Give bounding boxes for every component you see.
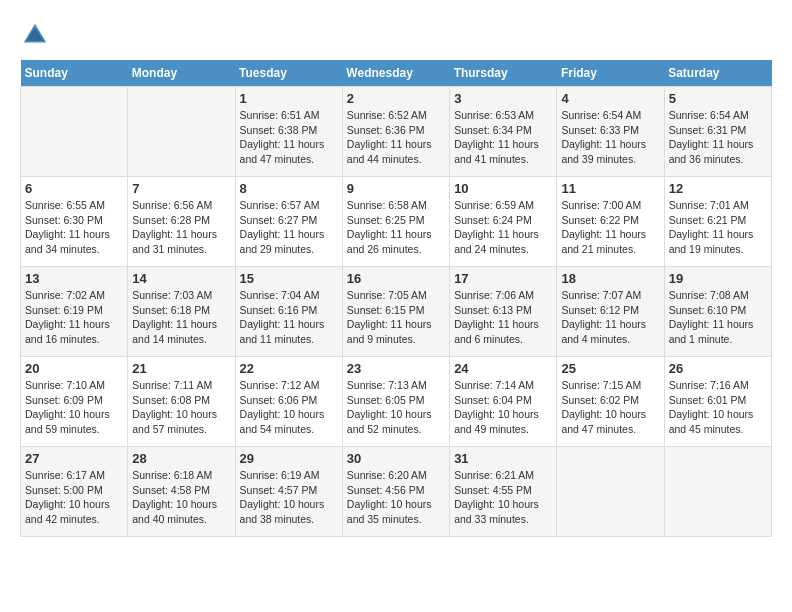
day-info: Sunrise: 7:11 AM Sunset: 6:08 PM Dayligh… xyxy=(132,378,230,437)
calendar-cell: 31Sunrise: 6:21 AM Sunset: 4:55 PM Dayli… xyxy=(450,447,557,537)
day-number: 3 xyxy=(454,91,552,106)
calendar-cell: 27Sunrise: 6:17 AM Sunset: 5:00 PM Dayli… xyxy=(21,447,128,537)
calendar-cell: 23Sunrise: 7:13 AM Sunset: 6:05 PM Dayli… xyxy=(342,357,449,447)
day-number: 5 xyxy=(669,91,767,106)
calendar-cell: 16Sunrise: 7:05 AM Sunset: 6:15 PM Dayli… xyxy=(342,267,449,357)
day-number: 23 xyxy=(347,361,445,376)
calendar-week-2: 6Sunrise: 6:55 AM Sunset: 6:30 PM Daylig… xyxy=(21,177,772,267)
calendar-week-3: 13Sunrise: 7:02 AM Sunset: 6:19 PM Dayli… xyxy=(21,267,772,357)
day-number: 1 xyxy=(240,91,338,106)
calendar-cell: 26Sunrise: 7:16 AM Sunset: 6:01 PM Dayli… xyxy=(664,357,771,447)
day-info: Sunrise: 6:56 AM Sunset: 6:28 PM Dayligh… xyxy=(132,198,230,257)
day-number: 13 xyxy=(25,271,123,286)
calendar-cell: 17Sunrise: 7:06 AM Sunset: 6:13 PM Dayli… xyxy=(450,267,557,357)
day-number: 29 xyxy=(240,451,338,466)
day-info: Sunrise: 6:54 AM Sunset: 6:33 PM Dayligh… xyxy=(561,108,659,167)
day-number: 15 xyxy=(240,271,338,286)
calendar-cell: 19Sunrise: 7:08 AM Sunset: 6:10 PM Dayli… xyxy=(664,267,771,357)
calendar-week-1: 1Sunrise: 6:51 AM Sunset: 6:38 PM Daylig… xyxy=(21,87,772,177)
calendar-cell xyxy=(664,447,771,537)
calendar-cell: 21Sunrise: 7:11 AM Sunset: 6:08 PM Dayli… xyxy=(128,357,235,447)
calendar-cell xyxy=(128,87,235,177)
calendar-week-4: 20Sunrise: 7:10 AM Sunset: 6:09 PM Dayli… xyxy=(21,357,772,447)
day-info: Sunrise: 6:21 AM Sunset: 4:55 PM Dayligh… xyxy=(454,468,552,527)
day-number: 19 xyxy=(669,271,767,286)
day-info: Sunrise: 7:08 AM Sunset: 6:10 PM Dayligh… xyxy=(669,288,767,347)
calendar-cell: 5Sunrise: 6:54 AM Sunset: 6:31 PM Daylig… xyxy=(664,87,771,177)
day-number: 30 xyxy=(347,451,445,466)
weekday-header-row: SundayMondayTuesdayWednesdayThursdayFrid… xyxy=(21,60,772,87)
day-number: 27 xyxy=(25,451,123,466)
day-info: Sunrise: 6:57 AM Sunset: 6:27 PM Dayligh… xyxy=(240,198,338,257)
calendar-cell: 22Sunrise: 7:12 AM Sunset: 6:06 PM Dayli… xyxy=(235,357,342,447)
calendar-cell: 6Sunrise: 6:55 AM Sunset: 6:30 PM Daylig… xyxy=(21,177,128,267)
day-info: Sunrise: 7:07 AM Sunset: 6:12 PM Dayligh… xyxy=(561,288,659,347)
weekday-header-sunday: Sunday xyxy=(21,60,128,87)
calendar-cell: 4Sunrise: 6:54 AM Sunset: 6:33 PM Daylig… xyxy=(557,87,664,177)
day-info: Sunrise: 7:05 AM Sunset: 6:15 PM Dayligh… xyxy=(347,288,445,347)
day-info: Sunrise: 6:53 AM Sunset: 6:34 PM Dayligh… xyxy=(454,108,552,167)
calendar-table: SundayMondayTuesdayWednesdayThursdayFrid… xyxy=(20,60,772,537)
day-number: 9 xyxy=(347,181,445,196)
day-info: Sunrise: 6:18 AM Sunset: 4:58 PM Dayligh… xyxy=(132,468,230,527)
day-info: Sunrise: 7:14 AM Sunset: 6:04 PM Dayligh… xyxy=(454,378,552,437)
logo-icon xyxy=(20,20,50,50)
day-number: 21 xyxy=(132,361,230,376)
calendar-cell: 13Sunrise: 7:02 AM Sunset: 6:19 PM Dayli… xyxy=(21,267,128,357)
day-number: 22 xyxy=(240,361,338,376)
weekday-header-saturday: Saturday xyxy=(664,60,771,87)
calendar-cell: 10Sunrise: 6:59 AM Sunset: 6:24 PM Dayli… xyxy=(450,177,557,267)
calendar-cell: 28Sunrise: 6:18 AM Sunset: 4:58 PM Dayli… xyxy=(128,447,235,537)
calendar-cell: 3Sunrise: 6:53 AM Sunset: 6:34 PM Daylig… xyxy=(450,87,557,177)
day-info: Sunrise: 7:10 AM Sunset: 6:09 PM Dayligh… xyxy=(25,378,123,437)
calendar-cell: 7Sunrise: 6:56 AM Sunset: 6:28 PM Daylig… xyxy=(128,177,235,267)
day-number: 25 xyxy=(561,361,659,376)
day-info: Sunrise: 6:51 AM Sunset: 6:38 PM Dayligh… xyxy=(240,108,338,167)
day-info: Sunrise: 7:15 AM Sunset: 6:02 PM Dayligh… xyxy=(561,378,659,437)
day-info: Sunrise: 6:58 AM Sunset: 6:25 PM Dayligh… xyxy=(347,198,445,257)
day-number: 12 xyxy=(669,181,767,196)
day-number: 10 xyxy=(454,181,552,196)
day-number: 4 xyxy=(561,91,659,106)
calendar-cell: 29Sunrise: 6:19 AM Sunset: 4:57 PM Dayli… xyxy=(235,447,342,537)
calendar-cell: 9Sunrise: 6:58 AM Sunset: 6:25 PM Daylig… xyxy=(342,177,449,267)
calendar-cell: 8Sunrise: 6:57 AM Sunset: 6:27 PM Daylig… xyxy=(235,177,342,267)
day-number: 8 xyxy=(240,181,338,196)
day-number: 14 xyxy=(132,271,230,286)
day-info: Sunrise: 6:59 AM Sunset: 6:24 PM Dayligh… xyxy=(454,198,552,257)
logo xyxy=(20,20,52,50)
calendar-cell: 14Sunrise: 7:03 AM Sunset: 6:18 PM Dayli… xyxy=(128,267,235,357)
day-number: 6 xyxy=(25,181,123,196)
day-info: Sunrise: 6:20 AM Sunset: 4:56 PM Dayligh… xyxy=(347,468,445,527)
day-number: 24 xyxy=(454,361,552,376)
day-info: Sunrise: 7:01 AM Sunset: 6:21 PM Dayligh… xyxy=(669,198,767,257)
day-info: Sunrise: 6:54 AM Sunset: 6:31 PM Dayligh… xyxy=(669,108,767,167)
day-number: 20 xyxy=(25,361,123,376)
calendar-cell xyxy=(21,87,128,177)
calendar-cell: 11Sunrise: 7:00 AM Sunset: 6:22 PM Dayli… xyxy=(557,177,664,267)
day-info: Sunrise: 7:06 AM Sunset: 6:13 PM Dayligh… xyxy=(454,288,552,347)
calendar-cell: 15Sunrise: 7:04 AM Sunset: 6:16 PM Dayli… xyxy=(235,267,342,357)
day-info: Sunrise: 7:16 AM Sunset: 6:01 PM Dayligh… xyxy=(669,378,767,437)
weekday-header-thursday: Thursday xyxy=(450,60,557,87)
calendar-cell: 24Sunrise: 7:14 AM Sunset: 6:04 PM Dayli… xyxy=(450,357,557,447)
day-number: 18 xyxy=(561,271,659,286)
weekday-header-tuesday: Tuesday xyxy=(235,60,342,87)
day-number: 2 xyxy=(347,91,445,106)
calendar-cell: 2Sunrise: 6:52 AM Sunset: 6:36 PM Daylig… xyxy=(342,87,449,177)
weekday-header-monday: Monday xyxy=(128,60,235,87)
day-info: Sunrise: 6:19 AM Sunset: 4:57 PM Dayligh… xyxy=(240,468,338,527)
day-number: 31 xyxy=(454,451,552,466)
calendar-cell: 1Sunrise: 6:51 AM Sunset: 6:38 PM Daylig… xyxy=(235,87,342,177)
day-number: 7 xyxy=(132,181,230,196)
calendar-cell xyxy=(557,447,664,537)
weekday-header-wednesday: Wednesday xyxy=(342,60,449,87)
day-info: Sunrise: 7:13 AM Sunset: 6:05 PM Dayligh… xyxy=(347,378,445,437)
page-header xyxy=(20,20,772,50)
calendar-week-5: 27Sunrise: 6:17 AM Sunset: 5:00 PM Dayli… xyxy=(21,447,772,537)
day-info: Sunrise: 6:17 AM Sunset: 5:00 PM Dayligh… xyxy=(25,468,123,527)
day-number: 17 xyxy=(454,271,552,286)
calendar-cell: 12Sunrise: 7:01 AM Sunset: 6:21 PM Dayli… xyxy=(664,177,771,267)
day-info: Sunrise: 7:12 AM Sunset: 6:06 PM Dayligh… xyxy=(240,378,338,437)
day-number: 28 xyxy=(132,451,230,466)
